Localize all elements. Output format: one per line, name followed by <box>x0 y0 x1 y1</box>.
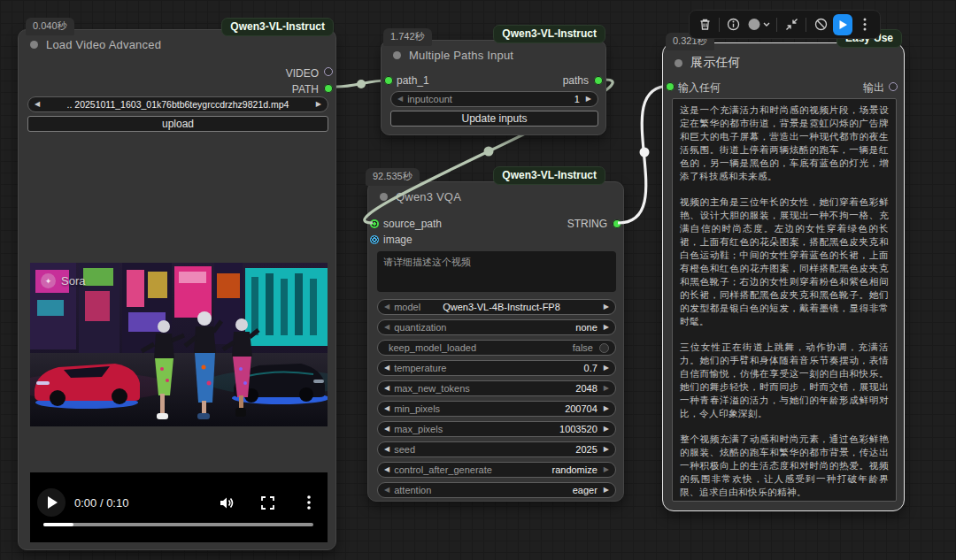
node-qwen3-vqa[interactable]: 92.535秒 Qwen3-VL-Instruct Qwen3 VQA sour… <box>367 181 624 502</box>
widget-min-pixels[interactable]: ◀ min_pixels 200704 ▶ <box>377 401 616 417</box>
decrement-arrow-icon[interactable]: ◀ <box>384 446 389 453</box>
link-midpoint-dot[interactable] <box>484 147 494 157</box>
seek-bar[interactable] <box>43 523 313 526</box>
node-title: 展示任何 <box>690 55 741 71</box>
node-load-video-advanced[interactable]: 0.040秒 Qwen3-VL-Instruct Load Video Adva… <box>18 29 336 550</box>
play-button[interactable] <box>37 488 66 517</box>
toolbar-divider <box>806 18 806 32</box>
info-icon <box>727 18 740 31</box>
widget-value: 200704 <box>565 403 598 414</box>
fullscreen-icon <box>261 496 274 510</box>
video-player[interactable]: 0:00 / 0:10 <box>30 472 328 542</box>
run-button[interactable] <box>833 14 852 35</box>
video-time: 0:00 / 0:10 <box>74 496 128 510</box>
decrement-arrow-icon[interactable]: ◀ <box>384 487 389 494</box>
input-port-path1[interactable] <box>384 76 393 85</box>
increment-arrow-icon[interactable]: ▶ <box>586 96 591 103</box>
increment-arrow-icon[interactable]: ▶ <box>604 303 609 311</box>
node-header[interactable]: Multiple Paths Input <box>393 49 513 62</box>
execution-time-badge: 0.040秒 <box>26 18 74 35</box>
node-show-anything[interactable]: 0.321秒 Easy-Use 展示任何 输入任何 输出 这是一个充满活力和时尚… <box>662 42 905 511</box>
widget-value: Qwen3-VL-4B-Instruct-FP8 <box>443 302 560 312</box>
increment-arrow-icon[interactable]: ▶ <box>604 446 609 453</box>
update-inputs-button[interactable]: Update inputs <box>390 111 598 127</box>
widget-label: min_pixels <box>394 403 440 414</box>
player-menu-button[interactable] <box>300 494 318 511</box>
widget-max-new-tokens[interactable]: ◀ max_new_tokens 2048 ▶ <box>377 380 616 396</box>
result-paragraph: 这是一个充满活力和时尚感的视频片段，场景设定在繁华的都市街道，背景是霓虹闪烁的广… <box>680 104 889 183</box>
link-midpoint-dot[interactable] <box>357 80 366 88</box>
output-port-path[interactable] <box>324 84 333 93</box>
widget-attention[interactable]: ◀ attention eager ▶ <box>377 482 616 498</box>
increment-arrow-icon[interactable]: ▶ <box>604 405 609 412</box>
video-file-combo[interactable]: ◀ .. 20251011_1603_01k76btb6teygrccdrzhz… <box>27 96 328 112</box>
decrement-arrow-icon[interactable]: ◀ <box>384 426 389 433</box>
link-path-to-path1[interactable] <box>336 81 387 87</box>
decrement-arrow-icon[interactable]: ◀ <box>384 385 389 392</box>
increment-arrow-icon[interactable]: ▶ <box>604 466 609 473</box>
widget-inputcount[interactable]: ◀ inputcount 1 ▶ <box>390 91 598 107</box>
node-header[interactable]: Load Video Advanced <box>30 38 161 51</box>
increment-arrow-icon[interactable]: ▶ <box>604 364 609 372</box>
increment-arrow-icon[interactable]: ▶ <box>604 426 609 433</box>
widget-max-pixels[interactable]: ◀ max_pixels 1003520 ▶ <box>377 421 616 437</box>
collapse-button[interactable] <box>783 14 800 35</box>
toggle-knob-icon[interactable] <box>599 343 609 353</box>
input-port-any[interactable] <box>666 82 675 91</box>
widget-value: 1 <box>574 94 580 104</box>
node-header[interactable]: 展示任何 <box>675 55 741 71</box>
bypass-button[interactable] <box>812 14 829 35</box>
widget-label: max_new_tokens <box>394 383 470 394</box>
widget-temperature[interactable]: ◀ temperature 0.7 ▶ <box>377 360 616 376</box>
decrement-arrow-icon[interactable]: ◀ <box>384 405 389 412</box>
widget-label: seed <box>394 444 415 455</box>
decrement-arrow-icon[interactable]: ◀ <box>384 324 389 331</box>
collapse-dot-icon[interactable] <box>393 51 401 59</box>
delete-button[interactable] <box>696 14 713 35</box>
output-port-paths[interactable] <box>594 76 603 85</box>
output-port-video[interactable] <box>324 67 333 76</box>
widget-keep-model-loaded[interactable]: keep_model_loaded false <box>377 340 616 356</box>
result-text-panel[interactable]: 这是一个充满活力和时尚感的视频片段，场景设定在繁华的都市街道，背景是霓虹闪烁的广… <box>672 98 897 502</box>
collapse-dot-icon[interactable] <box>30 41 38 49</box>
run-icon <box>838 19 848 30</box>
prev-file-arrow-icon[interactable]: ◀ <box>35 101 40 108</box>
increment-arrow-icon[interactable]: ▶ <box>604 385 609 392</box>
play-icon <box>48 496 58 509</box>
input-port-source-path[interactable] <box>370 219 379 228</box>
widget-value: randomize <box>551 464 597 475</box>
increment-arrow-icon[interactable]: ▶ <box>604 324 609 331</box>
result-paragraph: 视频的主角是三位年长的女性，她们穿着色彩鲜艳、设计大胆的服装，展现出一种不拘一格… <box>680 196 889 328</box>
result-paragraph: 三位女性正在街道上跳舞，动作协调，充满活力。她们的手臂和身体随着音乐节奏摆动，表… <box>680 341 889 420</box>
more-options-button[interactable] <box>856 14 874 35</box>
decrement-arrow-icon[interactable]: ◀ <box>384 466 389 473</box>
video-preview[interactable]: ✦ Sora <box>30 263 328 426</box>
increment-arrow-icon[interactable]: ▶ <box>604 487 609 494</box>
fullscreen-button[interactable] <box>258 494 276 511</box>
widget-value: none <box>575 322 597 333</box>
decrement-arrow-icon[interactable]: ◀ <box>397 96 403 103</box>
next-file-arrow-icon[interactable]: ▶ <box>316 101 321 108</box>
collapse-dot-icon[interactable] <box>675 59 682 67</box>
chevron-down-icon <box>764 23 769 26</box>
widget-label: quantization <box>394 322 446 333</box>
node-multiple-paths-input[interactable]: 1.742秒 Qwen3-VL-Instruct Multiple Paths … <box>381 40 606 135</box>
prompt-textarea[interactable]: 请详细描述这个视频 <box>377 251 616 292</box>
widget-value: 1003520 <box>559 424 598 434</box>
node-color-button[interactable] <box>746 14 771 35</box>
link-midpoint-dot[interactable] <box>640 148 650 157</box>
widget-model[interactable]: ◀ model Qwen3-VL-4B-Instruct-FP8 ▶ <box>377 299 616 315</box>
widget-quantization[interactable]: ◀ quantization none ▶ <box>377 319 616 335</box>
info-button[interactable] <box>725 14 743 35</box>
output-port-any[interactable] <box>889 82 898 91</box>
decrement-arrow-icon[interactable]: ◀ <box>384 364 389 372</box>
node-header[interactable]: Qwen3 VQA <box>380 190 461 203</box>
decrement-arrow-icon[interactable]: ◀ <box>384 303 389 311</box>
collapse-dot-icon[interactable] <box>380 193 388 201</box>
output-port-string[interactable] <box>613 219 621 228</box>
upload-button[interactable]: upload <box>27 116 328 132</box>
volume-button[interactable] <box>218 494 235 511</box>
input-port-image[interactable] <box>370 235 379 244</box>
widget-seed[interactable]: ◀ seed 2025 ▶ <box>377 441 616 457</box>
widget-control-after-generate[interactable]: ◀ control_after_generate randomize ▶ <box>377 462 616 478</box>
